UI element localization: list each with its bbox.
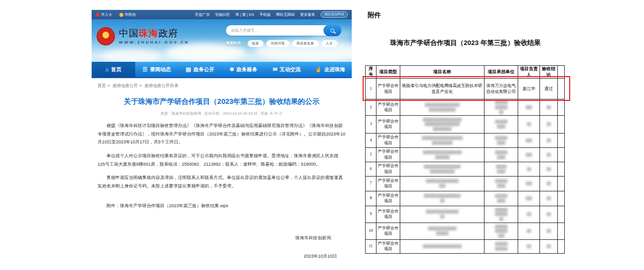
- topbar-link-label: 市政协: [125, 12, 136, 17]
- signature-org: 珠海市科技创新局: [98, 235, 346, 241]
- search-input[interactable]: [231, 25, 320, 36]
- article-title: 关于珠海市产学研合作项目（2023年第三批）验收结果的公示: [103, 97, 341, 106]
- org-emblem-icon: [119, 13, 123, 17]
- topbar-link[interactable]: 网站无障碍: [276, 12, 295, 17]
- signature-date: 2023年10月10日: [98, 253, 346, 260]
- cell-type: 产学研合作项目: [376, 206, 400, 223]
- topbar-link[interactable]: 市人大: [96, 12, 112, 17]
- table-row: 9 产学研合作项目 ████████████████ ██ ██████ ███…: [366, 206, 565, 223]
- topbar-link[interactable]: 简 | 繁 | EN: [235, 12, 254, 17]
- cell-result: ██: [540, 206, 558, 223]
- cell-project-name: ██████████████ ██████: [400, 223, 484, 239]
- article-content: 首页> 政府信息公开> 政府信息公开目录> 关于珠海市产学研合作项目（2023年…: [92, 78, 352, 260]
- cell-project-name: █████████████████ █████████████: [400, 99, 484, 115]
- cell-org: █████ ████: [484, 162, 518, 176]
- cell-project-name: ████████████████ ███: [400, 176, 484, 191]
- topbar-link[interactable]: 更多服务: [300, 12, 315, 17]
- font-size-button[interactable]: 小: [279, 111, 283, 116]
- attachment-file-link[interactable]: 附件：珠海市产学研合作项目（2023年第三批）验收结果.wps: [107, 203, 228, 208]
- cell-result: ██: [540, 115, 558, 133]
- cell-type: 产学研合作项目: [376, 162, 400, 176]
- hot-word-pill[interactable]: 高质量发展: [292, 40, 319, 47]
- breadcrumb-link[interactable]: 政府信息公开目录: [145, 83, 178, 88]
- cell-result: ██: [540, 99, 558, 115]
- breadcrumb-link[interactable]: 政府信息公开: [112, 83, 138, 88]
- cell-project-name: ██████████████████ ██: [400, 191, 484, 206]
- cell-org: ██████ ████: [484, 176, 518, 191]
- hot-word-pill[interactable]: 营商环境: [267, 40, 289, 47]
- cell-org: ██████ ████: [484, 191, 518, 206]
- topbar-link[interactable]: 手机版: [260, 12, 271, 17]
- cell-project-name: ████████████████████ ██████████: [400, 133, 484, 147]
- cell-project-name: ███████████████████ ███████: [400, 147, 484, 162]
- nav-item[interactable]: ☰ 要闻动态: [135, 62, 179, 77]
- article-paragraph: 复核申请应当明确复核内容及理由，注明联系人和联系方式。单位提出异议的需加盖单位公…: [98, 174, 346, 190]
- nav-item-icon: ⌂: [105, 67, 108, 72]
- table-row: 7 产学研合作项目 ████████████████ ███ ██████ ██…: [366, 176, 565, 191]
- cell-type: 产学研合作项目: [376, 133, 400, 147]
- cell-org: ██████ ████: [484, 133, 518, 147]
- attachment-document: 附件 珠海市产学研合作项目（2023 年第三批）验收结果 序号 项目类型 项目名…: [365, 10, 578, 260]
- nav-item[interactable]: ▤ 政务公开: [178, 62, 222, 77]
- cell-empty: [558, 79, 565, 99]
- breadcrumb-segment: 首页>: [98, 83, 111, 88]
- hot-word-pill[interactable]: 政策: [248, 40, 264, 47]
- nav-item-label: 走进珠海: [324, 66, 345, 73]
- date-value: 2023-10-10 09:33:33: [223, 111, 258, 116]
- cell-leader: ███: [518, 147, 540, 162]
- col-header-leader: 项目负责人: [518, 66, 540, 79]
- cell-type: 产学研合作项目: [376, 79, 400, 99]
- cell-empty: [558, 191, 565, 206]
- search-icon: [330, 29, 334, 33]
- nav-item-label: 互动交流: [280, 66, 301, 73]
- topbar-link-label: 市人大: [101, 12, 112, 17]
- cell-seq: 11: [366, 239, 376, 253]
- breadcrumb-segment: 政府信息公开目录>: [145, 83, 178, 88]
- col-header-empty: [558, 66, 565, 79]
- cell-project-name: ██████████████████ ████████████: [400, 162, 484, 176]
- nav-item[interactable]: ☝ 走进珠海: [309, 62, 352, 77]
- main-navigation: ⌂ 首页 ☰ 要闻动态 ▤ 政务公开 ✱ 政务服务: [92, 62, 352, 78]
- cell-result: ██: [540, 133, 558, 147]
- cell-org: ██████ ██████ ██: [484, 206, 518, 223]
- table-row: 4 产学研合作项目 ████████████████████ █████████…: [366, 133, 565, 147]
- nav-item[interactable]: ✉ 互动交流: [265, 62, 309, 77]
- cell-leader: ██: [518, 206, 540, 223]
- hot-word-pill[interactable]: 人才: [322, 40, 337, 47]
- cell-leader: ███: [518, 191, 540, 206]
- cell-org: ██████ ██████: [484, 239, 518, 253]
- topbar-link[interactable]: 智能问答: [215, 12, 230, 17]
- site-banner: ★ 中国珠海政府 WWW.ZHUHAI.GOV.CN 搜索热词： 政策营商环境高…: [92, 19, 352, 62]
- cell-result: ██: [540, 147, 558, 162]
- cell-leader: 庞江华: [518, 79, 540, 99]
- topbar-link[interactable]: 开放广东: [195, 12, 210, 17]
- nav-item[interactable]: ✱ 政务服务: [222, 62, 266, 77]
- article-meta: 来源：珠海市科技创新局 发布日期：2023-10-10 09:33:33 字体 …: [98, 111, 346, 116]
- cell-type: 产学研合作项目: [376, 115, 400, 133]
- cell-empty: [558, 239, 565, 253]
- nav-item-icon: ☰: [143, 67, 148, 72]
- search-button[interactable]: [323, 25, 341, 36]
- site-title-block: 中国珠海政府 WWW.ZHUHAI.GOV.CN: [119, 28, 189, 45]
- table-row: 8 产学研合作项目 ██████████████████ ██ ██████ █…: [366, 191, 565, 206]
- table-row: 10 产学研合作项目 ██████████████ ██████ ██████ …: [366, 223, 565, 239]
- cell-seq: 6: [366, 162, 376, 176]
- cell-seq: 4: [366, 133, 376, 147]
- cell-seq: 9: [366, 206, 376, 223]
- topbar-link[interactable]: 市政协: [119, 12, 136, 17]
- cell-project-name: ███████████████████ █████████████████ ██…: [400, 115, 484, 133]
- table-row: 3 产学研合作项目 ███████████████████ ██████████…: [366, 115, 565, 133]
- article-paragraph: 单位或个人对公示项目验收结果有异议的，可于公示期内向我局提出书面复核申请。受理地…: [98, 152, 346, 168]
- site-logo[interactable]: ★ 中国珠海政府 WWW.ZHUHAI.GOV.CN: [97, 27, 189, 45]
- font-size-button[interactable]: 大: [269, 111, 273, 116]
- cell-leader: ██: [518, 115, 540, 133]
- nav-item-icon: ✱: [229, 67, 234, 72]
- cell-org: 珠海万力达电气自动化有限公司: [484, 79, 518, 99]
- cell-type: 产学研合作项目: [376, 99, 400, 115]
- cell-org: ██████ ██████ ███: [484, 223, 518, 239]
- ipv6-badge[interactable]: 网站支持IPv6: [321, 11, 348, 18]
- nav-item[interactable]: ⌂ 首页: [92, 62, 135, 77]
- breadcrumb-link[interactable]: 首页: [98, 83, 106, 88]
- font-size-button[interactable]: 中: [274, 111, 278, 116]
- source-value: 珠海市科技创新局: [171, 111, 201, 116]
